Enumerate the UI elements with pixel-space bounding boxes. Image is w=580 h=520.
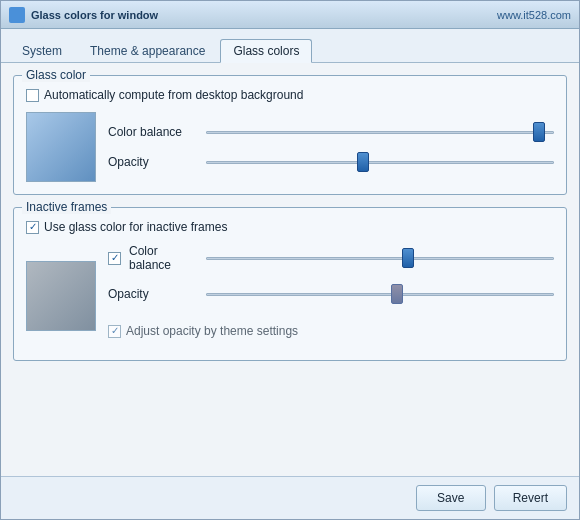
inactive-sliders: Color balance Opacity: [108, 244, 554, 348]
glass-color-balance-row: Color balance: [108, 124, 554, 140]
glass-color-section: Glass color Automatically compute from d…: [13, 75, 567, 195]
glass-color-balance-slider[interactable]: [206, 124, 554, 140]
glass-color-balance-track: [206, 131, 554, 134]
auto-compute-label: Automatically compute from desktop backg…: [44, 88, 303, 102]
inactive-frames-section: Inactive frames Use glass color for inac…: [13, 207, 567, 361]
save-button[interactable]: Save: [416, 485, 486, 511]
glass-color-preview: [26, 112, 96, 182]
inactive-opacity-label: Opacity: [108, 287, 198, 301]
adjust-opacity-checkbox[interactable]: [108, 325, 121, 338]
glass-opacity-track: [206, 161, 554, 164]
glass-opacity-row: Opacity: [108, 154, 554, 170]
use-glass-checkbox[interactable]: [26, 221, 39, 234]
inactive-frames-title: Inactive frames: [22, 200, 111, 214]
inactive-color-balance-track: [206, 257, 554, 260]
glass-opacity-thumb[interactable]: [357, 152, 369, 172]
inactive-opacity-slider[interactable]: [206, 286, 554, 302]
auto-compute-checkbox[interactable]: [26, 89, 39, 102]
tab-bar: System Theme & appearance Glass colors: [1, 29, 579, 63]
inactive-color-balance-thumb[interactable]: [402, 248, 414, 268]
main-window: Glass colors for window www.it528.com Sy…: [0, 0, 580, 520]
glass-color-title: Glass color: [22, 68, 90, 82]
tab-theme[interactable]: Theme & appearance: [77, 39, 218, 62]
window-title: Glass colors for window: [31, 9, 158, 21]
revert-button[interactable]: Revert: [494, 485, 567, 511]
inactive-opacity-thumb[interactable]: [391, 284, 403, 304]
glass-opacity-label: Opacity: [108, 155, 198, 169]
inactive-color-preview: [26, 261, 96, 331]
glass-sliders: Color balance Opacity: [108, 124, 554, 170]
inactive-opacity-track: [206, 293, 554, 296]
title-bar: Glass colors for window www.it528.com: [1, 1, 579, 29]
auto-compute-row: Automatically compute from desktop backg…: [26, 88, 554, 102]
glass-preview-controls: Color balance Opacity: [26, 112, 554, 182]
use-glass-label: Use glass color for inactive frames: [44, 220, 227, 234]
title-bar-left: Glass colors for window: [9, 7, 158, 23]
watermark: www.it528.com: [497, 9, 571, 21]
adjust-opacity-label: Adjust opacity by theme settings: [126, 324, 298, 338]
use-glass-row: Use glass color for inactive frames: [26, 220, 554, 234]
inactive-color-balance-label: Color balance: [108, 244, 198, 272]
tab-system[interactable]: System: [9, 39, 75, 62]
tab-glass[interactable]: Glass colors: [220, 39, 312, 63]
glass-opacity-slider[interactable]: [206, 154, 554, 170]
inactive-preview-controls: Color balance Opacity: [26, 244, 554, 348]
adjust-opacity-row: Adjust opacity by theme settings: [108, 324, 554, 338]
inactive-color-balance-row: Color balance: [108, 244, 554, 272]
inactive-opacity-row: Opacity: [108, 286, 554, 302]
app-icon: [9, 7, 25, 23]
glass-color-balance-thumb[interactable]: [533, 122, 545, 142]
inactive-color-balance-checkbox[interactable]: [108, 252, 121, 265]
glass-color-balance-label: Color balance: [108, 125, 198, 139]
footer: Save Revert: [1, 476, 579, 519]
main-content: Glass color Automatically compute from d…: [1, 63, 579, 476]
inactive-color-balance-slider[interactable]: [206, 250, 554, 266]
